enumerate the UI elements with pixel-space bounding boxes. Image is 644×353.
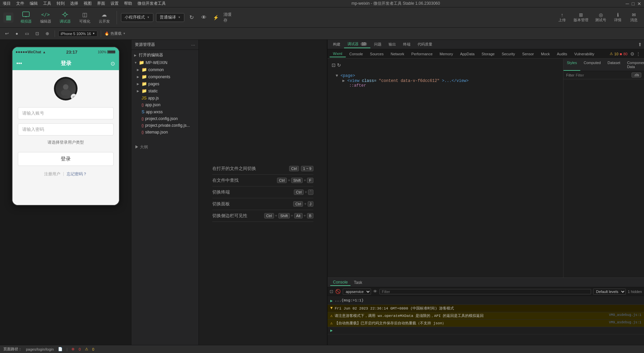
editor-button[interactable]: </> 编辑器 (37, 9, 54, 25)
file-item-pages[interactable]: ▶ 📁 pages (131, 80, 198, 87)
msg-button[interactable]: ✉ 消息 (627, 11, 641, 24)
devtools-collapse-icon[interactable]: ⬆ (638, 42, 642, 47)
test-button[interactable]: ◎ 测试号 (593, 11, 608, 24)
menu-item-select[interactable]: 选择 (70, 1, 78, 6)
more-icon[interactable]: ⋮ (636, 51, 641, 57)
lang-dropdown[interactable]: 普通编译 ▼ (156, 13, 184, 22)
browser-tab-audits[interactable]: Audits (554, 51, 571, 57)
menu-item-settings[interactable]: 设置 (111, 1, 119, 6)
menu-item-tools[interactable]: 工具 (43, 1, 51, 6)
phone-back-icon[interactable]: ••• (17, 60, 22, 66)
menu-item-wechat-tools[interactable]: 微信开发者工具 (137, 1, 166, 6)
tab-terminal[interactable]: 终端 (400, 41, 414, 48)
upload-button[interactable]: ↑ 上传 (555, 11, 569, 24)
styles-tab-computed[interactable]: Computed (580, 59, 604, 71)
browser-tab-memory[interactable]: Memory (436, 51, 457, 57)
close-button[interactable]: ✕ (637, 1, 641, 6)
browser-tab-sensor[interactable]: Sensor (519, 51, 537, 57)
console-tab-console[interactable]: Console (330, 279, 350, 286)
warn-source-1[interactable]: VM9_asdebug.js:1 (609, 313, 641, 317)
hotpatch-icon[interactable]: ⚡ (211, 13, 221, 22)
record-icon[interactable]: ● (13, 30, 21, 38)
menu-item-goto[interactable]: 转到 (57, 1, 65, 6)
console-source-select[interactable]: appservice (343, 289, 371, 295)
console-tab-task[interactable]: Task (351, 280, 365, 286)
detail-button[interactable]: ℹ 详情 (611, 11, 624, 24)
forgot-link[interactable]: 忘记密码？ (67, 171, 87, 177)
file-item-projectconfig[interactable]: ▶ {} project.config.json (131, 115, 198, 122)
browser-tab-sources[interactable]: Sources (367, 51, 387, 57)
tab-output[interactable]: 输出 (385, 41, 399, 48)
browser-tab-console[interactable]: Console (346, 51, 366, 57)
menu-item-project[interactable]: 项目 (3, 1, 11, 6)
console-clear-icon[interactable]: 🚫 (335, 289, 341, 294)
add-icon[interactable]: ⊕ (43, 30, 51, 38)
minimize-button[interactable]: ─ (626, 1, 629, 6)
browser-tab-appdata[interactable]: AppData (457, 51, 478, 57)
preview-icon[interactable]: 👁 (199, 13, 209, 22)
menu-item-file[interactable]: 文件 (16, 1, 24, 6)
console-levels-select[interactable]: Default levels (593, 289, 626, 295)
grid-icon[interactable]: ⊡ (33, 30, 41, 38)
password-input[interactable]: 请输入密码 (18, 123, 114, 136)
warn-source-2[interactable]: VM9_asdebug.js:1 (609, 321, 641, 324)
menu-item-interface[interactable]: 界面 (97, 1, 105, 6)
clearcache-button[interactable]: 清缓存 (223, 13, 233, 22)
cls-button[interactable]: .cls (632, 72, 641, 78)
compile-button[interactable]: ↻ (187, 13, 196, 22)
file-item-static[interactable]: ▶ 📁 static (131, 87, 198, 94)
screen-icon[interactable]: ▭ (23, 30, 31, 38)
refresh-wxml-icon[interactable]: ↻ (337, 62, 341, 68)
console-eye-icon[interactable]: 👁 (373, 289, 377, 294)
debug-button[interactable]: 调试器 (57, 9, 73, 25)
styles-tab-styles[interactable]: Styles (563, 59, 580, 71)
breadcrumb[interactable]: pages/login/login (26, 347, 54, 351)
styles-tab-componentdata[interactable]: Component Data (624, 59, 644, 71)
browser-tab-network[interactable]: Network (387, 51, 407, 57)
expand-arrow-2[interactable]: ▶ (342, 79, 345, 83)
menu-item-help[interactable]: 帮助 (124, 1, 132, 6)
menu-item-view[interactable]: 视图 (84, 1, 92, 6)
file-item-appjson[interactable]: ▶ {} app.json (131, 101, 198, 108)
styles-tab-dataset[interactable]: Dataset (604, 59, 624, 71)
login-button[interactable]: 登录 (18, 152, 114, 166)
console-filter-icon[interactable]: ⊡ (330, 289, 333, 294)
username-input[interactable]: 请输入账号 (18, 107, 114, 119)
file-item-components[interactable]: ▶ 📁 components (131, 73, 198, 80)
mode-dropdown[interactable]: 小程序模式 ▼ (121, 13, 153, 22)
project-root-item[interactable]: ▼ 📁 MP-WEIXIN (131, 59, 198, 66)
version-button[interactable]: ⊞ 版本管理 (572, 11, 590, 24)
browser-tab-vulnerability[interactable]: Vulnerability (571, 51, 598, 57)
phone-home-icon[interactable]: ⊙ (111, 60, 115, 67)
cloud-button[interactable]: ☁ 云开发 (96, 9, 113, 25)
browser-tab-wxml[interactable]: Wxml (330, 51, 346, 57)
file-item-privateconfig[interactable]: ▶ {} project.private.config.js... (131, 122, 198, 129)
file-item-sitemap[interactable]: ▶ {} sitemap.json (131, 129, 198, 136)
browser-tab-performance[interactable]: Performance (408, 51, 436, 57)
console-filter-input[interactable] (379, 289, 591, 294)
maximize-button[interactable]: □ (632, 1, 635, 6)
tab-debugger[interactable]: 调试器 10 (344, 40, 370, 48)
register-link[interactable]: 注册用户 (44, 171, 60, 177)
browser-tab-mock[interactable]: Mock (538, 51, 553, 57)
settings-icon[interactable]: ⚙ (630, 51, 635, 57)
browser-tab-storage[interactable]: Storage (478, 51, 498, 57)
open-editors-header[interactable]: ▶ 打开的编辑器 (131, 51, 198, 59)
file-item-common[interactable]: ▶ 📁 common (131, 66, 198, 73)
refresh-icon[interactable]: ↩ (3, 30, 11, 38)
styles-filter-input[interactable] (576, 73, 630, 77)
file-item-appwxss[interactable]: ▶ S app.wxss (131, 108, 198, 115)
styles-panel: Styles Computed Dataset Component Data F… (563, 59, 644, 277)
simulator-button[interactable]: 模拟器 (18, 9, 34, 25)
inspect-icon[interactable]: ⊡ (332, 62, 336, 68)
menu-item-edit[interactable]: 编辑 (30, 1, 38, 6)
expand-arrow-1[interactable]: ▼ (336, 73, 338, 78)
file-panel-more-icon[interactable]: ··· (191, 42, 195, 48)
tab-inspector[interactable]: 构建 (330, 41, 344, 48)
visual-button[interactable]: ◫ 可视化 (76, 9, 93, 25)
tab-codequality[interactable]: 代码质量 (414, 41, 436, 48)
browser-tab-security[interactable]: Security (498, 51, 519, 57)
tab-issues[interactable]: 问题 (371, 41, 385, 48)
device-dropdown[interactable]: iPhone 5 100% 16 ▼ (58, 31, 97, 37)
file-item-appjs[interactable]: ▶ JS app.js (131, 94, 198, 101)
